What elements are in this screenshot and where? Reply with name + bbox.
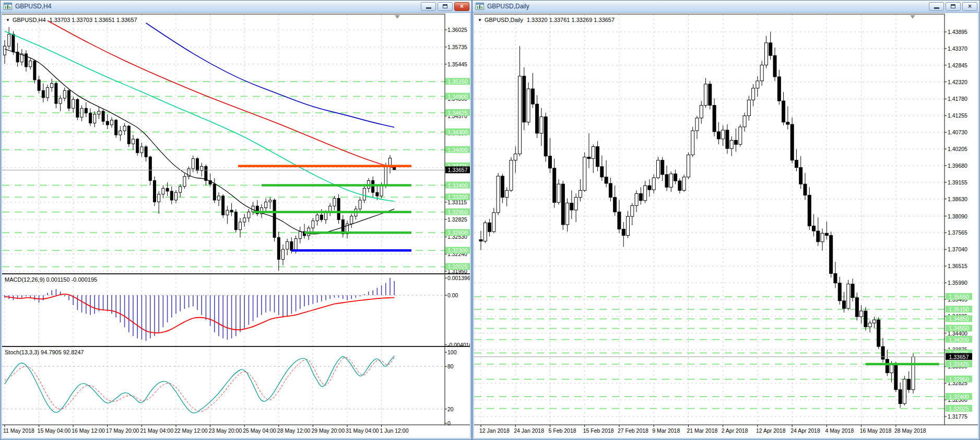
svg-text:1.32025: 1.32025 <box>949 406 969 412</box>
svg-text:2 Apr 2018: 2 Apr 2018 <box>722 427 748 434</box>
svg-text:29 May 20:00: 29 May 20:00 <box>311 427 345 434</box>
svg-text:4 May 2018: 4 May 2018 <box>825 427 854 434</box>
svg-text:0.00: 0.00 <box>447 292 458 298</box>
svg-text:1.35735: 1.35735 <box>447 44 467 50</box>
chart-shift-marker-icon[interactable] <box>395 15 400 19</box>
svg-text:23 May 20:00: 23 May 20:00 <box>209 427 242 434</box>
svg-text:9 Mar 2018: 9 Mar 2018 <box>652 427 680 434</box>
restore-button[interactable] <box>438 2 453 11</box>
svg-text:1.32600: 1.32600 <box>448 229 468 236</box>
svg-text:12 Apr 2018: 12 Apr 2018 <box>756 427 786 434</box>
svg-text:1.32025: 1.32025 <box>448 263 468 270</box>
svg-text:1.36515: 1.36515 <box>948 263 967 269</box>
svg-text:1.33657: 1.33657 <box>448 167 468 173</box>
svg-text:21 May 04:00: 21 May 04:00 <box>140 427 173 434</box>
svg-text:1.33400: 1.33400 <box>448 182 468 189</box>
svg-text:21 Mar 2018: 21 Mar 2018 <box>687 427 717 434</box>
svg-text:15 May 04:00: 15 May 04:00 <box>38 427 71 434</box>
chart-window-icon <box>4 3 13 10</box>
svg-text:1.42845: 1.42845 <box>948 62 967 68</box>
chart-window-gbpusd-h4: GBPUSD,H4 × 1.360251.357351.354451.35155… <box>0 0 472 440</box>
svg-text:12 Jan 2018: 12 Jan 2018 <box>479 427 510 434</box>
svg-text:1.34000: 1.34000 <box>448 147 468 153</box>
svg-text:28 May 12:00: 28 May 12:00 <box>277 427 311 434</box>
svg-text:24 Apr 2018: 24 Apr 2018 <box>790 427 820 434</box>
svg-text:1.32400: 1.32400 <box>949 393 969 400</box>
chart-info-ohlc: 1.33320 1.33761 1.33269 1.33657 <box>527 17 615 23</box>
close-button[interactable]: × <box>454 2 469 11</box>
window-title: GBPUSD,Daily <box>487 3 929 10</box>
ma-springgreen <box>5 31 394 201</box>
svg-text:100: 100 <box>447 349 457 355</box>
ohlc-expand-triangle[interactable]: ▼ <box>6 18 10 22</box>
svg-text:1.40730: 1.40730 <box>948 129 967 135</box>
svg-text:1.37040: 1.37040 <box>948 246 967 252</box>
chart-area-gbpusd-daily[interactable]: 1.438951.433701.428451.423201.417801.412… <box>474 13 978 438</box>
stoch-signal-line <box>5 357 394 412</box>
candles-layer <box>479 32 915 408</box>
svg-text:1.32825: 1.32825 <box>447 216 467 223</box>
chart-area-gbpusd-h4[interactable]: 1.360251.357351.354451.351551.348601.345… <box>2 13 470 438</box>
svg-text:0.001396: 0.001396 <box>447 275 470 281</box>
minimize-button[interactable] <box>421 2 436 11</box>
chart-shift-marker-icon[interactable] <box>910 15 915 19</box>
svg-text:1.43370: 1.43370 <box>948 45 967 52</box>
svg-text:11 May 2018: 11 May 2018 <box>3 427 34 434</box>
svg-text:1.40205: 1.40205 <box>948 146 967 152</box>
svg-text:1.38630: 1.38630 <box>948 196 967 202</box>
stoch-indicator-label: Stoch(13,3,3) 94.7905 92.8247 <box>5 349 84 355</box>
ma-blue <box>146 23 395 128</box>
svg-text:1.43895: 1.43895 <box>948 29 967 35</box>
minimize-button[interactable] <box>929 2 944 11</box>
time-scale[interactable]: 11 May 201815 May 04:0016 May 12:0017 Ma… <box>2 425 470 438</box>
svg-text:31 May 04:00: 31 May 04:00 <box>346 427 379 434</box>
svg-text:1.32300: 1.32300 <box>448 247 468 253</box>
window-title: GBPUSD,H4 <box>15 3 421 10</box>
chart-info-symbol: GBPUSD,Daily <box>485 17 523 23</box>
svg-text:27 Feb 2018: 27 Feb 2018 <box>618 427 648 434</box>
price-scale[interactable]: 1.438951.433701.428451.423201.417801.412… <box>944 13 978 425</box>
svg-text:1.33425: 1.33425 <box>949 361 969 367</box>
svg-text:22 May 12:00: 22 May 12:00 <box>174 427 208 434</box>
time-scale[interactable]: 12 Jan 201824 Jan 20185 Feb 201815 Feb 2… <box>474 425 978 438</box>
svg-text:17 May 20:00: 17 May 20:00 <box>106 427 139 434</box>
macd-pane <box>2 278 445 341</box>
svg-text:25 May 04:00: 25 May 04:00 <box>243 427 276 434</box>
restore-button[interactable] <box>946 2 961 11</box>
svg-text:1.33657: 1.33657 <box>949 354 969 360</box>
window-titlebar[interactable]: GBPUSD,Daily × <box>473 1 979 13</box>
ma-black <box>5 49 394 234</box>
svg-text:1 Jun 12:00: 1 Jun 12:00 <box>380 427 409 434</box>
svg-text:1.38090: 1.38090 <box>948 213 967 219</box>
stochastic-pane <box>2 356 445 413</box>
svg-text:1.34625: 1.34625 <box>448 110 468 116</box>
svg-text:1.36025: 1.36025 <box>447 27 467 33</box>
svg-text:1.35150: 1.35150 <box>949 306 969 312</box>
svg-text:1.34900: 1.34900 <box>448 94 468 100</box>
svg-text:1.39680: 1.39680 <box>948 163 967 169</box>
svg-text:28 May 2018: 28 May 2018 <box>894 427 926 434</box>
chart-info-ohlc: 1.33703 1.33703 1.33651 1.33657 <box>50 17 137 23</box>
level-dash-layer[interactable] <box>2 82 445 267</box>
macd-signal-line <box>5 294 394 333</box>
svg-text:1.42320: 1.42320 <box>948 79 967 85</box>
svg-text:1.32950: 1.32950 <box>448 209 468 215</box>
close-button[interactable]: × <box>962 2 977 11</box>
level-dash-layer[interactable] <box>474 297 944 409</box>
svg-text:1.39155: 1.39155 <box>948 179 967 186</box>
svg-text:1.35990: 1.35990 <box>948 280 967 286</box>
svg-text:1.35550: 1.35550 <box>949 294 969 300</box>
svg-text:1.41780: 1.41780 <box>948 96 967 102</box>
chart-info-bar: ▼GBPUSD,Daily1.33320 1.33761 1.33269 1.3… <box>478 17 615 23</box>
window-titlebar[interactable]: GBPUSD,H4 × <box>1 1 471 13</box>
svg-text:1.31775: 1.31775 <box>948 413 967 420</box>
stoch-main-line <box>5 356 394 413</box>
svg-text:16 May 12:00: 16 May 12:00 <box>72 427 105 434</box>
chart-window-icon <box>476 3 485 10</box>
ma-red <box>48 20 394 168</box>
svg-text:20: 20 <box>447 406 454 412</box>
svg-text:1.32950: 1.32950 <box>949 376 969 383</box>
ohlc-expand-triangle[interactable]: ▼ <box>478 18 482 22</box>
macd-indicator-label: MACD(12,26,9) 0.001150 -0.000195 <box>5 276 97 283</box>
svg-text:1.35445: 1.35445 <box>447 61 467 67</box>
